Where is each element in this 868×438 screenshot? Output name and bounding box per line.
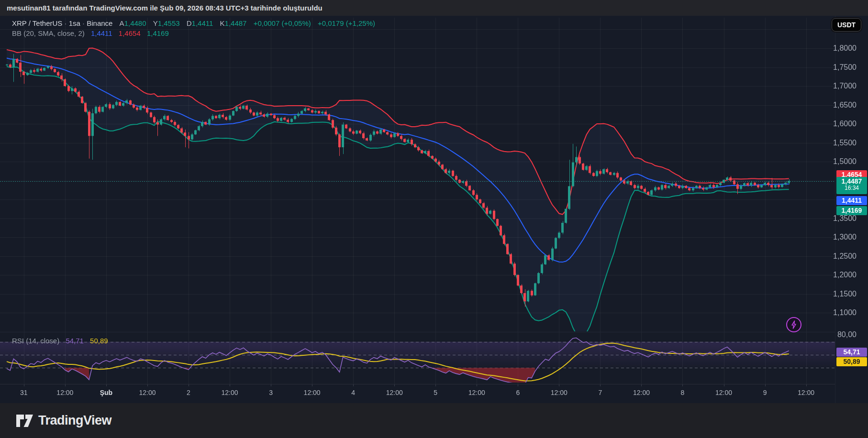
open-value: 1,4480 xyxy=(124,19,146,27)
price-axis-tick: 1,7500 xyxy=(833,63,857,72)
bb-indicator-legend: BB (20, SMA, close, 2) 1,4411 1,4654 1,4… xyxy=(12,29,169,37)
time-axis-label: 12:00 xyxy=(798,389,814,396)
tradingview-logo-icon xyxy=(16,414,33,427)
time-axis-label: 9 xyxy=(763,389,767,396)
time-axis-label: 4 xyxy=(351,389,355,396)
high-key: Y xyxy=(153,19,158,27)
low-value: 1,4411 xyxy=(192,19,213,27)
time-axis-label: 12:00 xyxy=(715,389,732,396)
rsi-indicator-legend: RSI (14, close) 54,71 50,89 xyxy=(12,337,108,345)
time-axis-label: 12:00 xyxy=(551,389,568,396)
attribution-text: mesutinan81 tarafından TradingView.com i… xyxy=(7,4,323,12)
price-axis-tick: 1,5000 xyxy=(833,157,857,166)
high-value: 1,4553 xyxy=(158,19,180,27)
bb-basis-value: 1,4411 xyxy=(91,29,112,37)
tradingview-logo-text: TradingView xyxy=(38,413,111,428)
time-axis-label: 12:00 xyxy=(468,389,485,396)
price-axis-tick: 1,3500 xyxy=(833,214,857,223)
open-key: A xyxy=(120,19,124,27)
price-tag: 1,4169 xyxy=(836,206,867,215)
price-tag: 1,4411 xyxy=(836,196,867,205)
time-axis-label: 12:00 xyxy=(633,389,650,396)
lightning-fab-button[interactable] xyxy=(786,317,801,332)
price-axis-tick: 1,2500 xyxy=(833,252,857,261)
price-axis-tick: 1,6000 xyxy=(833,120,857,128)
time-axis-label: 7 xyxy=(599,389,602,396)
time-axis-label: 12:00 xyxy=(386,389,403,396)
close-value: 1,4487 xyxy=(225,19,247,27)
price-chart-canvas[interactable] xyxy=(0,16,835,403)
time-axis-label: 5 xyxy=(434,389,437,396)
price-axis-tick: 1,3000 xyxy=(833,233,857,241)
price-tag: 54,71 xyxy=(836,348,867,357)
rsi-ma-value: 50,89 xyxy=(90,337,108,345)
time-axis-label: 12:00 xyxy=(222,389,238,396)
close-key: K xyxy=(220,19,225,27)
price-tag: 50,89 xyxy=(836,357,867,366)
price-axis-tick: 1,8000 xyxy=(833,44,857,53)
time-axis-label: 31 xyxy=(20,389,28,396)
tradingview-logo[interactable]: TradingView xyxy=(16,413,111,428)
time-axis-label: 12:00 xyxy=(139,389,156,396)
price-axis-tick: 1,6500 xyxy=(833,101,857,110)
time-axis[interactable]: 3112:00Şub12:00212:00312:00412:00512:006… xyxy=(0,384,835,403)
exchange-label: Binance xyxy=(87,19,112,27)
currency-toggle-button[interactable]: USDT xyxy=(832,18,861,32)
time-axis-label: Şub xyxy=(100,389,112,396)
rsi-value: 54,71 xyxy=(66,337,84,345)
price-axis-tick: 1,2000 xyxy=(833,271,857,279)
price-axis-tick: 1,1500 xyxy=(833,290,857,298)
bb-upper-value: 1,4654 xyxy=(119,29,141,37)
chart-widget[interactable]: XRP / TetherUS · 1sa · Binance A1,4480 Y… xyxy=(0,16,868,403)
price-axis-tick: 1,1000 xyxy=(833,308,857,317)
attribution-bar: mesutinan81 tarafından TradingView.com i… xyxy=(0,0,868,16)
time-axis-label: 2 xyxy=(187,389,190,396)
change-period: +0,0179 (+1,25%) xyxy=(318,19,375,27)
symbol-pair: XRP / TetherUS xyxy=(12,19,62,27)
bb-label: BB (20, SMA, close, 2) xyxy=(12,29,85,37)
change-absolute: +0,0007 (+0,05%) xyxy=(254,19,311,27)
price-axis-tick: 1,7000 xyxy=(833,82,857,90)
price-axis[interactable]: 1,80001,75001,70001,65001,60001,55001,50… xyxy=(835,16,868,403)
rsi-label: RSI (14, close) xyxy=(12,337,59,345)
time-axis-label: 8 xyxy=(681,389,685,396)
time-axis-label: 12:00 xyxy=(304,389,321,396)
footer-bar: TradingView xyxy=(0,403,868,438)
time-axis-label: 6 xyxy=(516,389,520,396)
time-axis-label: 12:00 xyxy=(56,389,73,396)
interval-label: 1sa xyxy=(69,19,80,27)
bb-lower-value: 1,4169 xyxy=(147,29,169,37)
price-tag: 1,448716:34 xyxy=(836,177,867,194)
low-key: D xyxy=(187,19,192,27)
rsi-axis-tick: 80,00 xyxy=(837,330,857,339)
time-axis-label: 3 xyxy=(269,389,273,396)
symbol-legend: XRP / TetherUS · 1sa · Binance A1,4480 Y… xyxy=(12,19,375,27)
price-axis-tick: 1,5500 xyxy=(833,139,857,147)
lightning-icon xyxy=(790,320,797,329)
